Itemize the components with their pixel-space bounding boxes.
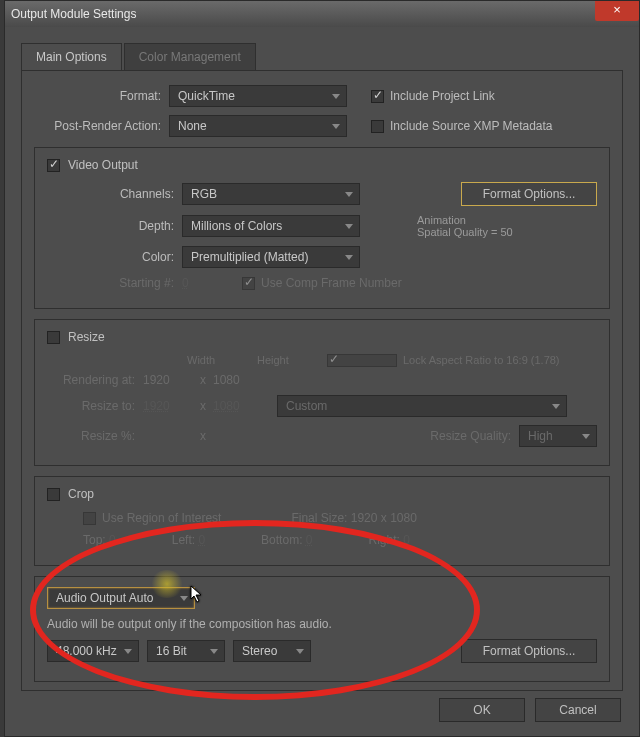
resize-preset-dropdown: Custom	[277, 395, 567, 417]
crop-top-value: 0	[109, 533, 116, 547]
crop-left-label: Left:	[172, 533, 195, 547]
post-render-dropdown[interactable]: None	[169, 115, 347, 137]
include-project-link-label: Include Project Link	[390, 89, 495, 103]
roi-checkbox	[83, 512, 96, 525]
video-format-options-button[interactable]: Format Options...	[461, 182, 597, 206]
tab-main-options[interactable]: Main Options	[21, 43, 122, 70]
output-module-settings-dialog: Output Module Settings × Main Options Co…	[4, 0, 640, 737]
post-render-label: Post-Render Action:	[34, 119, 169, 133]
window-title: Output Module Settings	[11, 7, 136, 21]
audio-rate-dropdown[interactable]: 48.000 kHz	[47, 640, 139, 662]
audio-output-mode-dropdown[interactable]: Audio Output Auto	[47, 587, 195, 609]
crop-bottom-value: 0	[306, 533, 313, 547]
roi-label: Use Region of Interest	[102, 511, 221, 525]
color-label: Color:	[47, 250, 182, 264]
crop-left-value: 0	[198, 533, 205, 547]
ok-button[interactable]: OK	[439, 698, 525, 722]
depth-dropdown[interactable]: Millions of Colors	[182, 215, 360, 237]
resize-pct-label: Resize %:	[47, 429, 143, 443]
crop-right-value: 0	[403, 533, 410, 547]
audio-output-section: Audio Output Auto Audio will be output o…	[34, 576, 610, 682]
video-output-header: Video Output	[68, 158, 138, 172]
tabs: Main Options Color Management	[21, 43, 623, 71]
dialog-footer: OK Cancel	[439, 698, 621, 722]
crop-checkbox[interactable]	[47, 488, 60, 501]
color-dropdown[interactable]: Premultiplied (Matted)	[182, 246, 360, 268]
main-options-panel: Format: QuickTime Include Project Link P…	[21, 71, 623, 691]
crop-section: Crop Use Region of Interest Final Size: …	[34, 476, 610, 566]
resize-header: Resize	[68, 330, 105, 344]
lock-aspect-checkbox	[327, 354, 397, 367]
close-icon: ×	[613, 2, 621, 17]
cancel-button[interactable]: Cancel	[535, 698, 621, 722]
audio-format-options-button[interactable]: Format Options...	[461, 639, 597, 663]
use-comp-frame-label: Use Comp Frame Number	[261, 276, 402, 290]
use-comp-frame-checkbox	[242, 277, 255, 290]
rendering-height: 1080	[213, 373, 263, 387]
resize-to-label: Resize to:	[47, 399, 143, 413]
audio-hint-text: Audio will be output only if the composi…	[47, 617, 332, 631]
channels-dropdown[interactable]: RGB	[182, 183, 360, 205]
rendering-width: 1920	[143, 373, 193, 387]
height-header: Height	[257, 354, 327, 367]
resize-checkbox[interactable]	[47, 331, 60, 344]
audio-bit-dropdown[interactable]: 16 Bit	[147, 640, 225, 662]
resize-quality-dropdown: High	[519, 425, 597, 447]
audio-channels-dropdown[interactable]: Stereo	[233, 640, 311, 662]
lock-aspect-label: Lock Aspect Ratio to 16:9 (1.78)	[403, 354, 560, 367]
crop-bottom-label: Bottom:	[261, 533, 302, 547]
include-xmp-checkbox[interactable]	[371, 120, 384, 133]
resize-section: Resize Width Height Lock Aspect Ratio to…	[34, 319, 610, 466]
video-output-section: Video Output Channels: RGB Format Option…	[34, 147, 610, 309]
include-project-link-checkbox[interactable]	[371, 90, 384, 103]
close-button[interactable]: ×	[595, 1, 639, 21]
resize-width: 1920	[143, 399, 193, 413]
format-label: Format:	[34, 89, 169, 103]
include-xmp-label: Include Source XMP Metadata	[390, 119, 553, 133]
titlebar[interactable]: Output Module Settings ×	[5, 1, 639, 27]
channels-label: Channels:	[47, 187, 182, 201]
resize-quality-label: Resize Quality:	[430, 429, 511, 443]
starting-number-value: 0	[182, 276, 212, 290]
format-dropdown[interactable]: QuickTime	[169, 85, 347, 107]
starting-number-label: Starting #:	[47, 276, 182, 290]
tab-color-management[interactable]: Color Management	[124, 43, 256, 70]
crop-top-label: Top:	[83, 533, 106, 547]
resize-height: 1080	[213, 399, 263, 413]
final-size-label: Final Size: 1920 x 1080	[291, 511, 416, 525]
codec-text: Animation	[417, 214, 597, 226]
crop-right-label: Right:	[369, 533, 400, 547]
width-header: Width	[187, 354, 257, 367]
x-sep-3: x	[193, 429, 213, 443]
spatial-quality-text: Spatial Quality = 50	[417, 226, 597, 238]
depth-label: Depth:	[47, 219, 182, 233]
crop-header: Crop	[68, 487, 94, 501]
rendering-at-label: Rendering at:	[47, 373, 143, 387]
video-output-checkbox[interactable]	[47, 159, 60, 172]
x-sep-1: x	[193, 373, 213, 387]
x-sep-2: x	[193, 399, 213, 413]
